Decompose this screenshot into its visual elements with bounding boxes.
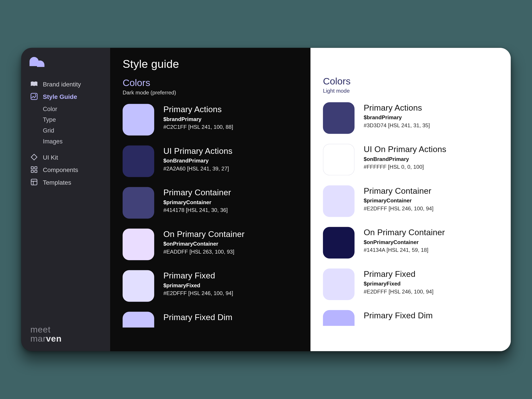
sidebar-item-ui-kit[interactable]: UI Kit: [30, 151, 103, 163]
book-icon: [30, 80, 38, 88]
panel-light: Colors Light mode Primary Actions$brandP…: [310, 48, 511, 351]
color-swatch-code: #FFFFFF [HSL 0, 0, 100]: [364, 164, 446, 170]
color-swatch: [323, 102, 355, 134]
color-swatch-token: $onBrandPrimary: [364, 156, 446, 162]
color-swatch-meta: Primary Fixed$primaryFixed#E2DFFF [HSL 2…: [163, 270, 233, 296]
color-swatch-meta: On Primary Container$onPrimaryContainer#…: [163, 228, 245, 255]
brand-footer-line2: marven: [30, 334, 62, 343]
color-swatch-row: Primary Fixed Dim: [123, 312, 298, 327]
color-swatch-token: $onBrandPrimary: [163, 158, 233, 164]
color-swatch-row: Primary Container$primaryContainer#41417…: [123, 187, 298, 219]
sidebar-subitem-images[interactable]: Images: [43, 136, 103, 147]
color-swatch-token: $brandPrimary: [163, 116, 233, 122]
color-swatch-code: #14134A [HSL 241, 59, 18]: [364, 247, 445, 253]
color-swatch: [323, 227, 355, 259]
color-swatch-code: #E2DFFF [HSL 246, 100, 94]: [163, 290, 233, 296]
color-swatch: [123, 146, 154, 177]
svg-rect-3: [35, 167, 37, 169]
color-swatch: [323, 185, 355, 217]
sidebar-subitem-color[interactable]: Color: [43, 103, 103, 114]
color-swatch-row: On Primary Container$onPrimaryContainer#…: [323, 227, 498, 259]
sidebar-item-label: Components: [43, 166, 78, 173]
color-swatch-row: Primary Actions$brandPrimary#3D3D74 [HSL…: [323, 102, 498, 134]
svg-point-1: [35, 94, 36, 95]
sidebar-subitem-grid[interactable]: Grid: [43, 125, 103, 136]
color-swatch: [323, 268, 355, 300]
color-swatch-name: On Primary Container: [364, 228, 445, 237]
color-swatch-row: Primary Actions$brandPrimary#C2C1FF [HSL…: [123, 104, 298, 136]
color-swatch-row: Primary Fixed$primaryFixed#E2DFFF [HSL 2…: [123, 270, 298, 302]
color-swatch-name: UI Primary Actions: [163, 146, 233, 156]
color-swatch-code: #414178 [HSL 241, 30, 36]: [163, 207, 231, 213]
color-swatch-meta: Primary Actions$brandPrimary#3D3D74 [HSL…: [364, 102, 430, 128]
color-swatch-code: #EADDFF [HSL 263, 100, 93]: [163, 248, 245, 255]
sidebar: Brand identity Style Guide Color Type: [21, 48, 110, 351]
svg-rect-0: [31, 93, 37, 100]
brand-footer: meet marven: [30, 325, 62, 343]
color-swatch-code: #E2DFFF [HSL 246, 100, 94]: [364, 288, 434, 295]
sidebar-item-components[interactable]: Components: [30, 163, 103, 176]
sidebar-item-label: Templates: [43, 178, 71, 185]
sidebar-subnav-style-guide: Color Type Grid Images: [43, 103, 103, 147]
color-swatch-code: #3D3D74 [HSL 241, 31, 35]: [364, 122, 430, 128]
color-swatch-name: UI On Primary Actions: [364, 145, 446, 154]
color-swatch-token: $primaryFixed: [163, 282, 233, 288]
color-swatch-code: #2A2A60 [HSL 241, 39, 27]: [163, 165, 233, 171]
sidebar-item-templates[interactable]: Templates: [30, 176, 103, 188]
light-section-title: Colors: [323, 76, 498, 87]
color-swatch-name: On Primary Container: [163, 229, 245, 239]
color-swatch: [123, 228, 154, 260]
panel-dark: Style guide Colors Dark mode (preferred)…: [110, 48, 310, 351]
color-swatch-meta: UI On Primary Actions$onBrandPrimary#FFF…: [364, 144, 446, 170]
dark-section-title: Colors: [123, 77, 298, 89]
sidebar-item-label: Style Guide: [43, 93, 77, 100]
color-swatch: [123, 270, 154, 302]
light-swatch-list: Primary Actions$brandPrimary#3D3D74 [HSL…: [323, 102, 498, 326]
image-sparkle-icon: [30, 93, 38, 100]
layout-icon: [30, 178, 38, 186]
color-swatch-meta: UI Primary Actions$onBrandPrimary#2A2A60…: [163, 146, 233, 171]
light-section-sub: Light mode: [323, 88, 498, 94]
dark-section-sub: Dark mode (preferred): [123, 89, 298, 95]
color-swatch-token: $primaryContainer: [364, 197, 434, 204]
color-swatch-meta: Primary Container$primaryContainer#E2DFF…: [364, 185, 434, 211]
grid-icon: [30, 166, 38, 173]
color-swatch-name: Primary Container: [364, 186, 434, 196]
color-swatch: [123, 187, 154, 219]
color-swatch-token: $primaryFixed: [364, 281, 434, 287]
color-swatch-token: $onPrimaryContainer: [163, 241, 245, 247]
diamond-icon: [30, 153, 38, 161]
sidebar-item-label: Brand identity: [43, 81, 81, 88]
color-swatch-row: Primary Fixed Dim: [323, 310, 498, 326]
color-swatch-meta: Primary Fixed Dim: [163, 312, 233, 322]
color-swatch-name: Primary Container: [163, 188, 231, 197]
color-swatch-name: Primary Fixed: [364, 269, 434, 279]
color-swatch-row: UI Primary Actions$onBrandPrimary#2A2A60…: [123, 146, 298, 177]
sidebar-nav: Brand identity Style Guide Color Type: [30, 78, 103, 188]
color-swatch-meta: Primary Fixed Dim: [364, 310, 433, 321]
color-swatch: [123, 104, 154, 136]
page-title: Style guide: [123, 58, 298, 71]
color-swatch: [123, 312, 154, 327]
svg-rect-6: [31, 179, 37, 185]
color-swatch-token: $primaryContainer: [163, 199, 231, 205]
color-swatch-row: Primary Fixed$primaryFixed#E2DFFF [HSL 2…: [323, 268, 498, 300]
color-swatch-token: $onPrimaryContainer: [364, 239, 445, 245]
sidebar-subitem-type[interactable]: Type: [43, 114, 103, 125]
app-logo: [30, 57, 103, 67]
svg-rect-2: [31, 167, 33, 169]
color-swatch-row: On Primary Container$onPrimaryContainer#…: [123, 228, 298, 260]
sidebar-item-label: UI Kit: [43, 154, 58, 161]
sidebar-item-style-guide[interactable]: Style Guide: [30, 90, 103, 103]
color-swatch-name: Primary Fixed Dim: [163, 313, 233, 322]
color-swatch-name: Primary Actions: [364, 103, 430, 113]
color-swatch-row: Primary Container$primaryContainer#E2DFF…: [323, 185, 498, 217]
svg-rect-4: [31, 170, 33, 172]
sidebar-item-brand-identity[interactable]: Brand identity: [30, 78, 103, 90]
color-swatch-name: Primary Fixed Dim: [364, 311, 433, 321]
color-swatch-token: $brandPrimary: [364, 114, 430, 120]
color-swatch-name: Primary Fixed: [163, 271, 233, 281]
color-swatch-meta: Primary Actions$brandPrimary#C2C1FF [HSL…: [163, 104, 233, 130]
dark-swatch-list: Primary Actions$brandPrimary#C2C1FF [HSL…: [123, 104, 298, 328]
color-swatch-name: Primary Actions: [163, 105, 233, 114]
